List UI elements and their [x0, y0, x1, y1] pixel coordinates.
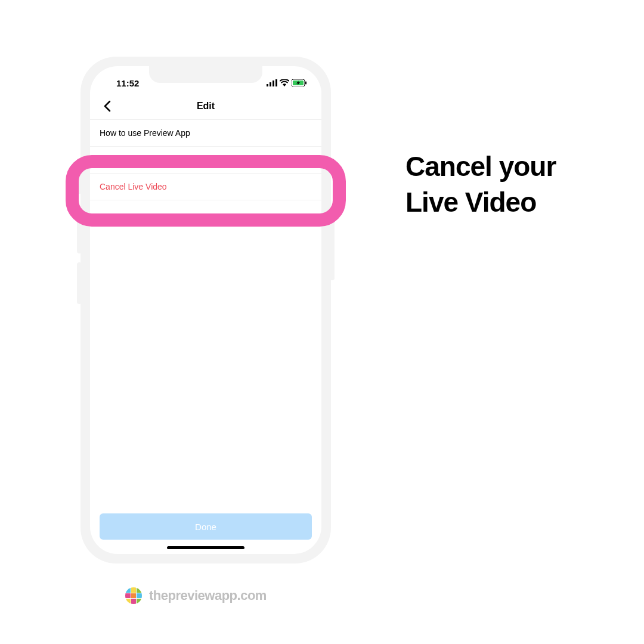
- nav-bar: Edit: [90, 92, 321, 120]
- instruction-caption: Cancel your Live Video: [405, 149, 556, 221]
- start-time-row[interactable]: Start time Wed, 20 Oct at 10:00 am AEST …: [90, 147, 321, 174]
- cellular-icon: [267, 79, 277, 86]
- done-button-label: Done: [195, 522, 216, 532]
- svg-rect-2: [273, 80, 274, 86]
- phone-side-button: [77, 170, 82, 194]
- back-button[interactable]: [98, 97, 116, 115]
- start-time-value: Wed, 20 Oct at 10:00 am AEST: [191, 156, 299, 165]
- preview-app-logo-icon: [125, 587, 142, 604]
- phone-notch: [149, 66, 262, 83]
- nav-title: Edit: [197, 101, 215, 112]
- live-title-row[interactable]: How to use Preview App: [90, 120, 321, 147]
- svg-rect-3: [275, 79, 277, 86]
- status-time: 11:52: [104, 78, 139, 88]
- cancel-live-video-label: Cancel Live Video: [100, 182, 167, 191]
- battery-charging-icon: [292, 79, 307, 86]
- footer-branding: thepreviewapp.com: [125, 587, 267, 604]
- svg-rect-0: [267, 84, 268, 86]
- cancel-live-video-button[interactable]: Cancel Live Video: [90, 174, 321, 200]
- svg-rect-6: [305, 82, 306, 85]
- phone-side-button: [77, 262, 82, 304]
- caption-line: Cancel your: [405, 149, 556, 185]
- phone-frame: 11:52 Edit How to use Preview Ap: [80, 57, 331, 564]
- phone-side-button: [330, 215, 335, 280]
- wifi-icon: [280, 79, 289, 86]
- footer-site-text: thepreviewapp.com: [149, 588, 267, 603]
- caption-line: Live Video: [405, 185, 556, 221]
- home-indicator[interactable]: [167, 546, 244, 549]
- clear-start-time-icon[interactable]: ✕: [304, 156, 312, 165]
- start-time-label: Start time: [100, 155, 135, 165]
- svg-rect-1: [270, 82, 271, 86]
- phone-screen: 11:52 Edit How to use Preview Ap: [90, 66, 321, 554]
- done-button[interactable]: Done: [100, 513, 312, 540]
- content-spacer: [90, 200, 321, 513]
- phone-side-button: [77, 212, 82, 253]
- chevron-left-icon: [103, 100, 112, 112]
- live-title-value: How to use Preview App: [100, 128, 190, 138]
